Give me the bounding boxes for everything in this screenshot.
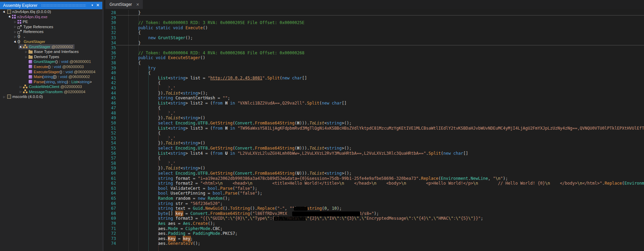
line-number: 41 <box>104 76 116 81</box>
method-icon <box>28 60 32 64</box>
line-number: 58 <box>104 161 116 166</box>
tab-close-icon[interactable]: ✕ <box>136 2 139 7</box>
tree-item[interactable]: ▷PE <box>0 19 102 24</box>
tree-item-label: n3rv54pn.l0q (0.0.0.0) <box>12 10 51 14</box>
line-number: 45 <box>104 96 116 101</box>
close-icon[interactable]: ✕ <box>96 3 100 8</box>
tree-item-label: ExecuteStager() : void @06000004 <box>34 70 95 74</box>
line-number: 36 <box>104 51 116 56</box>
class-icon <box>23 85 27 89</box>
tree-item-label: mscorlib (4.0.0.0) <box>12 95 43 99</box>
tree-item-label: Base Type and Interfaces <box>34 50 79 54</box>
line-number: 57 <box>104 156 116 161</box>
code-line: 42 { <box>104 80 644 86</box>
redaction-overlay <box>274 217 306 221</box>
titlebar-grip-dots <box>41 4 86 7</box>
tree-item-label: Derived Types <box>34 55 59 59</box>
code-text: { <box>116 80 161 85</box>
code-line: 53 ',' <box>104 136 644 141</box>
tree-item[interactable]: ▶GruntStager <box>0 39 102 44</box>
line-number: 32 <box>104 30 116 35</box>
tab-gruntstager[interactable]: GruntStager✕ <box>105 0 143 9</box>
tree-item[interactable]: GruntStager() : void @06000001 <box>0 59 102 64</box>
code-text: { <box>116 70 151 75</box>
line-number: 62 <box>104 181 116 186</box>
code-line: 64 bool UseCertPinning = bool.Parse("fal… <box>104 191 644 196</box>
tree-item-label: References <box>23 30 44 34</box>
code-line: 54 }).ToList<string>() <box>104 141 644 146</box>
code-text <box>116 45 118 50</box>
tree-item[interactable]: Execute() : void @06000003 <box>0 64 102 69</box>
code-line: 73 aes.Key = key; <box>104 236 644 241</box>
code-line: 70 Aes aes = Aes.Create(); <box>104 221 644 226</box>
code-line: 30 // Token: 0x06000003 RID: 3 RVA: 0x00… <box>104 20 644 25</box>
assembly-icon <box>7 10 11 14</box>
assembly-tree[interactable]: ▶n3rv54pn.l0q (0.0.0.0)▶n3rv54pn.l0q.exe… <box>0 9 102 251</box>
code-line: 38 { <box>104 61 644 66</box>
tree-item[interactable]: ▷Derived Types <box>0 54 102 59</box>
line-number: 67 <box>104 206 116 211</box>
editor-tab-strip: GruntStager✕ <box>104 0 644 9</box>
redaction-overlay <box>292 211 360 216</box>
code-text: }).ToList<string>(); <box>116 91 208 96</box>
tree-item[interactable]: ▷References <box>0 29 102 34</box>
expander-icon[interactable]: ▷ <box>2 95 7 100</box>
tree-item-label: - <box>24 35 25 39</box>
code-line: 32 { <box>104 30 644 35</box>
expander-icon[interactable]: ▷ <box>24 55 28 60</box>
assembly-icon <box>7 95 11 99</box>
line-number: 31 <box>104 25 116 31</box>
line-number: 54 <box>104 141 116 146</box>
code-text: select Encoding.UTF8.GetString(Convert.F… <box>116 171 352 176</box>
tree-item[interactable]: ▶n3rv54pn.l0q (0.0.0.0) <box>0 9 102 14</box>
code-text: aes.Key = key; <box>116 236 193 241</box>
tree-item[interactable]: ▷mscorlib (4.0.0.0) <box>0 94 102 99</box>
line-number: 69 <box>104 216 116 221</box>
code-editor[interactable]: 28 }2930 // Token: 0x06000003 RID: 3 RVA… <box>104 9 644 251</box>
code-text: }).ToList<string>() <box>116 116 205 120</box>
expander-icon[interactable]: ▷ <box>13 20 18 25</box>
namespace-icon <box>18 34 22 39</box>
code-text: public void ExecuteStager() <box>116 55 205 60</box>
code-line: 69 string format3 = "{{\"GUID\":\"{0}\",… <box>104 216 644 221</box>
code-text: bool ValidateCert = bool.Parse("false"); <box>116 186 257 191</box>
tree-item[interactable]: ExecuteStager() : void @06000004 <box>0 69 102 75</box>
expander-icon[interactable]: ▷ <box>19 85 23 90</box>
tree-item[interactable]: ▷MessageTransform @02000004 <box>0 89 102 95</box>
code-line: 50 select Encoding.UTF8.GetString(Conver… <box>104 121 644 126</box>
line-number: 64 <box>104 191 116 196</box>
code-text: }).ToList<string>() <box>116 166 205 171</box>
code-line: 68 byte[] key = Convert.FromBase64String… <box>104 211 644 216</box>
line-number: 66 <box>104 201 116 206</box>
expander-icon[interactable]: ▷ <box>19 89 23 95</box>
code-text: Aes aes = Aes.Create(); <box>116 221 215 226</box>
tree-item[interactable]: ▶n3rv54pn.l0q.exe <box>0 14 102 20</box>
code-text: string str = "56f236e520"; <box>116 201 223 206</box>
line-number: 59 <box>104 166 116 171</box>
chevron-down-icon[interactable]: ▾ <box>91 3 93 7</box>
tree-item-label: MessageTransform @02000004 <box>29 90 85 94</box>
line-number: 33 <box>104 35 116 41</box>
tree-item[interactable]: ▷CookieWebClient @02000003 <box>0 84 102 89</box>
code-text: select Encoding.UTF8.GetString(Convert.F… <box>116 146 352 151</box>
code-text: { <box>116 61 141 65</box>
expander-icon[interactable]: ▷ <box>24 50 28 55</box>
line-number: 34 <box>104 41 116 46</box>
line-number: 43 <box>104 86 116 91</box>
code-line: 57 { <box>104 156 644 161</box>
tree-item-label: CookieWebClient @02000003 <box>29 85 82 89</box>
code-text: string format2 = "<html>\n <head>\n <tit… <box>116 181 644 186</box>
references-icon <box>18 30 22 33</box>
tree-item[interactable]: ▷Base Type and Interfaces <box>0 49 102 54</box>
expander-icon[interactable]: ▷ <box>13 24 18 30</box>
expander-icon[interactable]: ▷ <box>13 30 18 35</box>
code-text <box>116 15 118 20</box>
line-number: 73 <box>104 236 116 241</box>
assembly-explorer-titlebar[interactable]: Assembly Explorer ▾ ✕ <box>0 2 102 9</box>
line-number: 49 <box>104 116 116 121</box>
class-icon <box>23 44 27 49</box>
tree-item[interactable]: Main(string[]) : void @06000002 <box>0 74 102 79</box>
tree-item[interactable]: ▷Type References <box>0 24 102 30</box>
code-line: 59 }).ToList<string>() <box>104 166 644 171</box>
tree-item[interactable]: Parse(string, string) : List<string> <box>0 79 102 85</box>
